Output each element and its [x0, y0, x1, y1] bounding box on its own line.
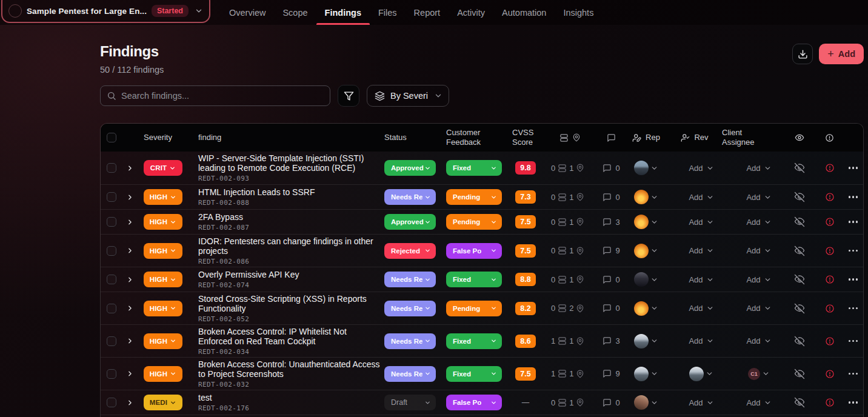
reporter-avatar[interactable] — [634, 161, 649, 175]
status-select[interactable]: Needs Re — [384, 189, 436, 205]
comment-icon[interactable] — [603, 369, 612, 378]
row-checkbox[interactable] — [107, 304, 116, 313]
alert-circle-icon[interactable] — [825, 275, 835, 284]
status-select[interactable]: Rejected — [384, 243, 436, 259]
tab-activity[interactable]: Activity — [449, 0, 493, 25]
eye-off-icon[interactable] — [794, 216, 805, 227]
status-select[interactable]: Approved — [384, 160, 436, 176]
finding-title[interactable]: WIP - Server-Side Template Injection (SS… — [198, 153, 382, 173]
status-select[interactable]: Needs Re — [384, 301, 436, 316]
project-selector[interactable]: Sample Pentest for Large En... Started — [1, 0, 210, 23]
expand-row-icon[interactable] — [126, 164, 134, 172]
add-assignee-dropdown[interactable]: Add — [746, 336, 771, 345]
eye-off-icon[interactable] — [794, 336, 805, 347]
add-assignee-dropdown[interactable]: Add — [689, 398, 713, 407]
finding-title[interactable]: HTML Injection Leads to SSRF — [198, 187, 315, 197]
expand-row-icon[interactable] — [126, 193, 134, 201]
eye-off-icon[interactable] — [794, 274, 805, 285]
reviewer-avatar[interactable] — [689, 367, 704, 381]
expand-row-icon[interactable] — [126, 370, 134, 378]
finding-title[interactable]: IDOR: Pentesters can change findings in … — [198, 236, 382, 256]
status-select[interactable]: Needs Re — [384, 366, 436, 382]
comment-icon[interactable] — [603, 336, 612, 345]
finding-title[interactable]: Broken Access Control: IP Whitelist Not … — [198, 327, 382, 346]
tab-overview[interactable]: Overview — [221, 0, 274, 25]
alert-circle-icon[interactable] — [825, 336, 835, 346]
alert-circle-icon[interactable] — [825, 246, 835, 256]
row-menu-button[interactable] — [843, 167, 863, 169]
expand-row-icon[interactable] — [126, 218, 134, 226]
eye-off-icon[interactable] — [794, 303, 805, 314]
severity-badge[interactable]: MEDI — [144, 395, 182, 410]
add-finding-button[interactable]: + Add — [819, 44, 864, 64]
tab-automation[interactable]: Automation — [493, 0, 555, 25]
row-checkbox[interactable] — [107, 163, 116, 173]
download-button[interactable] — [792, 44, 813, 64]
reporter-avatar[interactable] — [634, 244, 649, 258]
alert-circle-icon[interactable] — [825, 192, 835, 202]
reporter-avatar[interactable] — [634, 334, 649, 349]
row-checkbox[interactable] — [107, 246, 116, 256]
reporter-avatar[interactable] — [634, 367, 649, 381]
tab-findings[interactable]: Findings — [316, 0, 370, 25]
row-menu-button[interactable] — [843, 221, 863, 223]
row-menu-button[interactable] — [843, 401, 863, 404]
feedback-select[interactable]: Fixed — [446, 366, 502, 382]
reporter-avatar[interactable] — [634, 272, 649, 287]
eye-off-icon[interactable] — [794, 397, 805, 408]
tab-files[interactable]: Files — [370, 0, 406, 25]
row-menu-button[interactable] — [843, 373, 863, 375]
eye-off-icon[interactable] — [794, 192, 805, 202]
add-assignee-dropdown[interactable]: Add — [689, 246, 713, 255]
alert-circle-icon[interactable] — [825, 163, 835, 173]
search-input[interactable] — [121, 91, 324, 101]
feedback-select[interactable]: False Po — [446, 243, 502, 259]
reporter-avatar[interactable] — [634, 301, 649, 316]
add-assignee-dropdown[interactable]: Add — [746, 304, 771, 313]
tab-scope[interactable]: Scope — [274, 0, 316, 25]
feedback-select[interactable]: False Po — [446, 395, 502, 410]
feedback-select[interactable]: Pending — [446, 301, 502, 316]
add-assignee-dropdown[interactable]: Add — [746, 218, 771, 227]
add-assignee-dropdown[interactable]: Add — [689, 336, 713, 345]
row-checkbox[interactable] — [107, 369, 116, 379]
client-assignee-badge[interactable]: C1 — [748, 368, 760, 380]
add-assignee-dropdown[interactable]: Add — [689, 193, 713, 202]
expand-row-icon[interactable] — [126, 304, 134, 312]
add-assignee-dropdown[interactable]: Add — [746, 246, 771, 255]
finding-title[interactable]: Stored Cross-Site Scripting (XSS) in Rep… — [198, 294, 382, 313]
status-select[interactable]: Draft — [384, 395, 436, 410]
severity-badge[interactable]: CRIT — [144, 160, 182, 176]
comment-icon[interactable] — [603, 275, 612, 284]
eye-off-icon[interactable] — [794, 369, 805, 379]
row-menu-button[interactable] — [843, 278, 863, 281]
expand-row-icon[interactable] — [126, 399, 134, 407]
status-select[interactable]: Needs Re — [384, 272, 436, 287]
add-assignee-dropdown[interactable]: Add — [689, 164, 713, 173]
severity-badge[interactable]: HIGH — [144, 366, 182, 382]
severity-badge[interactable]: HIGH — [144, 243, 182, 259]
row-menu-button[interactable] — [843, 307, 863, 310]
alert-circle-icon[interactable] — [825, 369, 835, 379]
comment-icon[interactable] — [603, 246, 612, 255]
add-assignee-dropdown[interactable]: Add — [689, 275, 713, 284]
severity-badge[interactable]: HIGH — [144, 333, 182, 349]
severity-badge[interactable]: HIGH — [144, 189, 182, 205]
select-all-checkbox[interactable] — [107, 133, 116, 142]
severity-badge[interactable]: HIGH — [144, 301, 182, 316]
eye-off-icon[interactable] — [794, 245, 805, 256]
row-menu-button[interactable] — [843, 250, 863, 252]
status-select[interactable]: Approved — [384, 214, 436, 230]
expand-row-icon[interactable] — [126, 337, 134, 345]
severity-badge[interactable]: HIGH — [144, 214, 182, 230]
alert-circle-icon[interactable] — [825, 304, 835, 313]
add-assignee-dropdown[interactable]: Add — [746, 275, 771, 284]
eye-off-icon[interactable] — [794, 162, 805, 173]
finding-title[interactable]: test — [198, 393, 249, 402]
row-menu-button[interactable] — [843, 196, 863, 198]
row-checkbox[interactable] — [107, 192, 116, 202]
expand-row-icon[interactable] — [126, 276, 134, 284]
alert-circle-icon[interactable] — [825, 217, 835, 227]
comment-icon[interactable] — [603, 164, 612, 173]
row-checkbox[interactable] — [107, 217, 116, 227]
